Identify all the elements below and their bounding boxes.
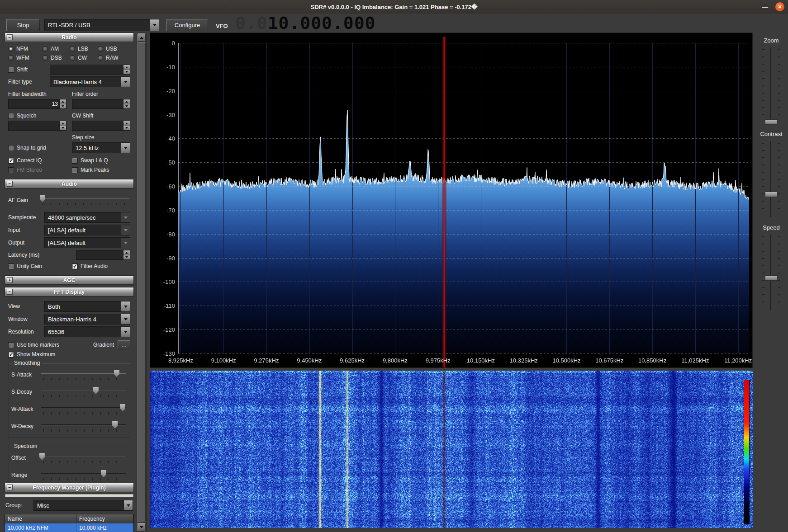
- s-attack-slider[interactable]: [40, 369, 127, 381]
- audio-panel: − Audio AF Gain Samplerate 48000 sample/…: [5, 179, 134, 273]
- cw-shift-input[interactable]: [72, 121, 130, 131]
- w-decay-slider[interactable]: [40, 420, 127, 433]
- filter-bandwidth-label: Filter bandwidth: [8, 91, 66, 97]
- radio-panel: − Radio NFM AM LSB USB WFM DSB CW RAW Sh…: [5, 33, 134, 177]
- fft-panel-header[interactable]: − FFT Display: [5, 287, 134, 297]
- mark-peaks-checkbox[interactable]: Mark Peaks: [72, 167, 130, 173]
- fft-display-panel: − FFT Display View Both Window Blackman-…: [5, 287, 134, 491]
- mode-usb[interactable]: USB: [98, 46, 126, 52]
- collapse-icon[interactable]: −: [7, 34, 13, 40]
- window-title: SDR# v0.0.0.0 - IQ Imbalance: Gain = 1.0…: [311, 4, 478, 10]
- waterfall-canvas[interactable]: [150, 371, 753, 528]
- scrollbar-thumb[interactable]: [138, 42, 146, 523]
- slider-thumb[interactable]: [765, 192, 778, 197]
- mode-raw[interactable]: RAW: [98, 55, 126, 61]
- contrast-label: Contrast: [755, 131, 788, 137]
- gradient-button[interactable]: ...: [118, 340, 130, 349]
- chevron-down-icon[interactable]: [121, 77, 130, 87]
- filter-bandwidth-input[interactable]: 13: [8, 99, 66, 109]
- waterfall-color-scale: [744, 380, 750, 524]
- squelch-checkbox[interactable]: Squelch: [8, 113, 66, 119]
- mode-nfm[interactable]: NFM: [8, 46, 43, 52]
- collapse-icon[interactable]: −: [7, 485, 13, 490]
- chevron-down-icon[interactable]: [121, 327, 130, 337]
- slider-thumb[interactable]: [40, 195, 45, 202]
- collapse-icon[interactable]: −: [7, 289, 13, 295]
- unity-gain-checkbox[interactable]: Unity Gain: [8, 263, 66, 269]
- correct-iq-checkbox[interactable]: Correct IQ: [8, 157, 66, 164]
- filter-type-label: Filter type: [8, 79, 50, 85]
- chevron-down-icon: [121, 238, 130, 248]
- step-size-select[interactable]: 12.5 kHz: [72, 142, 130, 153]
- configure-button[interactable]: Configure: [166, 19, 208, 31]
- expand-icon[interactable]: +: [7, 277, 13, 283]
- radio-panel-title: Radio: [62, 34, 76, 41]
- zoom-slider[interactable]: [760, 47, 782, 124]
- slider-thumb[interactable]: [765, 119, 778, 125]
- frequency-manager-header[interactable]: − Frequency Manager (Plugin): [5, 483, 134, 492]
- audio-panel-title: Audio: [62, 181, 77, 187]
- minimize-icon[interactable]: —: [762, 4, 768, 10]
- w-decay-label: W-Decay: [11, 420, 40, 429]
- radio-icon[interactable]: [8, 46, 14, 52]
- scroll-up-icon[interactable]: [138, 33, 146, 42]
- scroll-down-icon[interactable]: [138, 523, 146, 531]
- w-attack-slider[interactable]: [40, 403, 127, 416]
- stop-button[interactable]: Stop: [6, 19, 40, 31]
- sidebar-scrollbar[interactable]: [137, 33, 147, 532]
- table-header-row[interactable]: Name Frequency: [5, 514, 133, 523]
- shift-input[interactable]: [50, 65, 130, 75]
- s-decay-slider[interactable]: [40, 386, 127, 399]
- close-icon[interactable]: ✕: [775, 2, 784, 11]
- collapse-icon[interactable]: −: [7, 181, 13, 187]
- window-select[interactable]: Blackman-Harris 4: [44, 314, 130, 325]
- chevron-down-icon[interactable]: [150, 19, 159, 31]
- smoothing-group-label: Smoothing: [12, 360, 42, 366]
- s-attack-label: S-Attack: [11, 369, 40, 378]
- spectrum-display[interactable]: [150, 33, 753, 368]
- chevron-down-icon[interactable]: [123, 500, 133, 510]
- mode-am[interactable]: AM: [43, 46, 70, 52]
- spectrum-group-label: Spectrum: [12, 443, 39, 449]
- contrast-slider[interactable]: [760, 140, 782, 218]
- mode-cw[interactable]: CW: [70, 55, 98, 61]
- audio-panel-header[interactable]: − Audio: [5, 179, 134, 188]
- spinner-down-icon[interactable]: [123, 70, 130, 75]
- waterfall-display[interactable]: [150, 371, 753, 528]
- filter-order-input[interactable]: [72, 99, 130, 109]
- chevron-down-icon[interactable]: [121, 143, 130, 153]
- group-select[interactable]: Misc: [33, 500, 133, 511]
- fft-panel-title: FFT Display: [54, 289, 85, 295]
- filter-type-select[interactable]: Blackman-Harris 4: [50, 76, 130, 87]
- mode-dsb[interactable]: DSB: [43, 55, 70, 61]
- device-select[interactable]: RTL-SDR / USB: [44, 19, 159, 31]
- column-header-name[interactable]: Name: [5, 514, 76, 523]
- slider-thumb[interactable]: [765, 275, 778, 281]
- column-header-frequency[interactable]: Frequency: [76, 514, 133, 523]
- table-row[interactable]: 10,000 kHz NFM 10,000 kHz: [5, 523, 133, 532]
- range-slider[interactable]: [40, 469, 127, 482]
- view-select[interactable]: Both: [44, 301, 130, 312]
- samplerate-label: Samplerate: [8, 214, 44, 221]
- filter-audio-checkbox[interactable]: Filter Audio: [72, 263, 130, 269]
- speed-slider[interactable]: [760, 234, 782, 311]
- show-maximum-checkbox[interactable]: Show Maximum: [8, 351, 55, 358]
- resolution-select[interactable]: 65536: [44, 326, 130, 337]
- latency-input[interactable]: [76, 250, 130, 260]
- shift-checkbox[interactable]: Shift: [8, 66, 50, 73]
- use-time-markers-checkbox[interactable]: Use time markers: [8, 342, 93, 348]
- squelch-input[interactable]: [8, 121, 66, 131]
- agc-panel-header[interactable]: + AGC: [5, 275, 134, 285]
- fft-spectrum-canvas[interactable]: [150, 33, 752, 367]
- chevron-down-icon[interactable]: [121, 301, 130, 311]
- chevron-down-icon[interactable]: [121, 314, 130, 324]
- offset-slider[interactable]: [40, 452, 127, 465]
- spinner-up-icon[interactable]: [123, 65, 130, 70]
- mode-lsb[interactable]: LSB: [70, 46, 98, 52]
- mode-wfm[interactable]: WFM: [8, 55, 43, 61]
- snap-to-grid-checkbox[interactable]: Snap to grid: [8, 145, 66, 151]
- swap-iq-checkbox[interactable]: Swap I & Q: [72, 157, 130, 164]
- frequency-display[interactable]: 0.010.000.000: [235, 13, 375, 33]
- af-gain-slider[interactable]: [40, 194, 130, 207]
- radio-panel-header[interactable]: − Radio: [5, 33, 134, 42]
